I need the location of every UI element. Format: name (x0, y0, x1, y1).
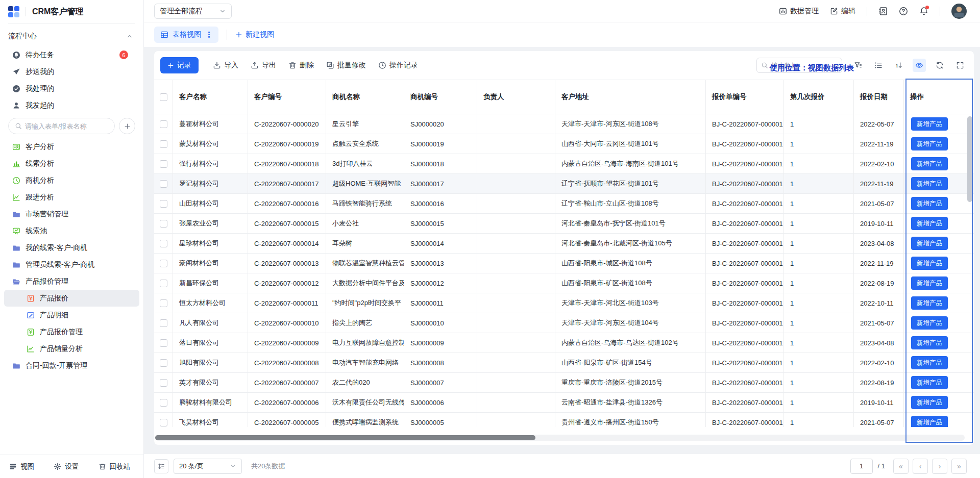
row-checkbox[interactable] (160, 299, 167, 307)
sidebar-item-抄送我的[interactable]: 抄送我的 (4, 63, 139, 80)
row-checkbox[interactable] (160, 240, 167, 247)
eye-icon[interactable] (913, 59, 926, 72)
vertical-scrollbar-thumb[interactable] (967, 116, 972, 202)
row-checkbox[interactable] (160, 200, 167, 208)
form-search-box[interactable] (8, 118, 115, 134)
process-center-header[interactable]: 流程中心 (0, 26, 143, 46)
edit-button[interactable]: 编辑 (830, 7, 855, 16)
last-page-button[interactable]: » (951, 459, 967, 474)
kebab-menu-icon[interactable]: ⋮ (205, 30, 213, 39)
sidebar-item-我处理的[interactable]: 我处理的 (4, 80, 139, 97)
row-checkbox[interactable] (160, 419, 167, 426)
flow-selector[interactable]: 管理全部流程 (154, 4, 232, 19)
toolbar-button-删除[interactable]: 删除 (283, 57, 319, 73)
help-icon[interactable] (899, 7, 908, 16)
prev-page-button[interactable]: ‹ (913, 459, 928, 474)
funnel-icon[interactable] (851, 59, 865, 72)
next-page-button[interactable]: › (932, 459, 947, 474)
chevron-up-icon[interactable] (126, 33, 133, 40)
column-header-label: 报价日期 (860, 92, 888, 102)
add-record-button[interactable]: 记录 (160, 57, 199, 73)
add-product-button[interactable]: 新增产品 (911, 396, 948, 409)
page-number-input[interactable] (850, 459, 873, 474)
sidebar-item-产品明细[interactable]: 产品明细 (4, 307, 139, 323)
refresh-icon[interactable] (933, 59, 946, 72)
sidebar-item-商机分析[interactable]: 商机分析 (4, 172, 139, 189)
add-product-button[interactable]: 新增产品 (911, 257, 948, 270)
sidebar-item-我发起的[interactable]: 我发起的 (4, 97, 139, 114)
row-checkbox[interactable] (160, 120, 167, 128)
row-checkbox[interactable] (160, 140, 167, 148)
sidebar-item-跟进分析[interactable]: 跟进分析 (4, 189, 139, 206)
sidebar-item-待办任务[interactable]: 待办任务6 (4, 46, 139, 63)
row-height-button[interactable] (154, 459, 168, 473)
chevron-down-icon[interactable] (831, 62, 838, 69)
vertical-scrollbar[interactable] (967, 116, 972, 422)
sidebar-item-管理员线索-客户-商机[interactable]: 管理员线索-客户-商机 (4, 256, 139, 273)
horizontal-scrollbar[interactable] (155, 435, 965, 441)
table-search-input[interactable] (771, 62, 828, 69)
sort-icon[interactable]: 1 (892, 59, 905, 72)
new-view-button[interactable]: 新建视图 (235, 30, 274, 39)
table-search-box[interactable] (756, 58, 842, 73)
cell-value: 2022-02-10 (860, 160, 894, 168)
toolbar-button-操作记录[interactable]: 操作记录 (373, 57, 423, 73)
sidebar-item-产品报价管理[interactable]: 产品报价管理 (4, 273, 139, 290)
row-checkbox[interactable] (160, 160, 167, 168)
toolbar-button-导入[interactable]: 导入 (208, 57, 243, 73)
row-checkbox[interactable] (160, 220, 167, 228)
contact-book-icon[interactable] (878, 7, 888, 16)
row-checkbox[interactable] (160, 280, 167, 287)
horizontal-scrollbar-thumb[interactable] (155, 435, 535, 440)
row-checkbox[interactable] (160, 180, 167, 188)
add-form-button[interactable] (119, 118, 135, 134)
sidebar-item-合同-回款-开票管理[interactable]: 合同-回款-开票管理 (4, 357, 139, 374)
row-checkbox[interactable] (160, 319, 167, 327)
add-product-button[interactable]: 新增产品 (911, 217, 948, 230)
sidebar-item-产品报价[interactable]: 产品报价 (4, 290, 139, 307)
cell-owner (477, 134, 555, 154)
sidebar-item-线索池[interactable]: 线索池 (4, 222, 139, 239)
footer-item-回收站[interactable]: 回收站 (99, 462, 131, 471)
sidebar-item-产品报价管理[interactable]: 产品报价管理 (4, 323, 139, 340)
form-search-input[interactable] (25, 122, 108, 130)
add-product-button[interactable]: 新增产品 (911, 157, 948, 170)
tab-table-view[interactable]: 表格视图 ⋮ (154, 27, 218, 43)
avatar[interactable] (951, 4, 967, 19)
row-checkbox[interactable] (160, 359, 167, 367)
sidebar-item-线索分析[interactable]: 线索分析 (4, 155, 139, 172)
add-product-button[interactable]: 新增产品 (911, 117, 948, 131)
add-product-button[interactable]: 新增产品 (911, 316, 948, 330)
footer-item-设置[interactable]: 设置 (54, 462, 79, 471)
toolbar-button-导出[interactable]: 导出 (246, 57, 281, 73)
sidebar-item-客户分析[interactable]: 客户分析 (4, 138, 139, 155)
sidebar-item-我的线索-客户-商机[interactable]: 我的线索-客户-商机 (4, 239, 139, 256)
sidebar-item-产品销量分析[interactable]: 产品销量分析 (4, 340, 139, 357)
first-page-button[interactable]: « (893, 459, 909, 474)
add-product-button[interactable]: 新增产品 (911, 177, 948, 190)
row-checkbox[interactable] (160, 379, 167, 387)
add-product-button[interactable]: 新增产品 (911, 137, 948, 150)
select-all-checkbox[interactable] (160, 93, 167, 101)
add-product-button[interactable]: 新增产品 (911, 197, 948, 210)
add-product-button[interactable]: 新增产品 (911, 416, 948, 427)
add-product-button[interactable]: 新增产品 (911, 336, 948, 349)
notification-bell-icon[interactable] (919, 7, 928, 16)
sidebar-item-市场营销管理[interactable]: 市场营销管理 (4, 206, 139, 222)
row-checkbox[interactable] (160, 260, 167, 267)
data-manage-button[interactable]: 数据管理 (779, 7, 819, 16)
add-product-button[interactable]: 新增产品 (911, 356, 948, 369)
row-checkbox[interactable] (160, 399, 167, 407)
list-bullets-icon[interactable] (872, 59, 885, 72)
page-size-select[interactable]: 20 条/页 (174, 459, 242, 474)
cell-value: 2022-08-19 (860, 280, 894, 287)
add-product-button[interactable]: 新增产品 (911, 237, 948, 250)
add-product-button[interactable]: 新增产品 (911, 376, 948, 389)
cell-value: 1 (790, 260, 794, 267)
expand-icon[interactable] (953, 59, 967, 72)
footer-item-视图[interactable]: 视图 (9, 462, 34, 471)
toolbar-button-批量修改[interactable]: 批量修改 (321, 57, 371, 73)
add-product-button[interactable]: 新增产品 (911, 296, 948, 310)
row-checkbox[interactable] (160, 339, 167, 347)
add-product-button[interactable]: 新增产品 (911, 276, 948, 290)
